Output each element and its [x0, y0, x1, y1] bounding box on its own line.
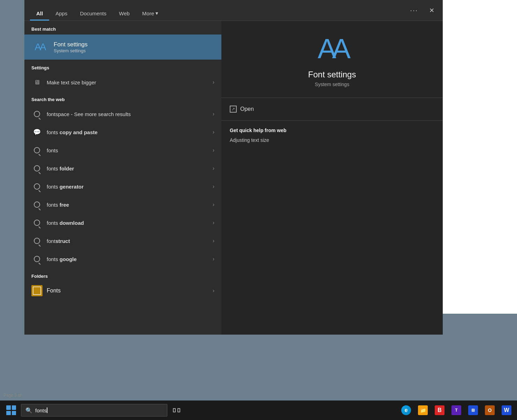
tab-web[interactable]: Web — [113, 8, 136, 21]
open-icon — [230, 106, 237, 113]
search-tab-bar: All Apps Documents Web More ▾ ··· ✕ — [24, 0, 443, 21]
preview-title: Font settings — [308, 70, 356, 79]
taskbar: 🔍 fonts e 📁 B T ⊞ O W — [0, 400, 517, 420]
monitor-icon: 🖥 — [31, 77, 43, 88]
preview-subtitle: System settings — [315, 82, 349, 87]
page-info: Page 3 of — [3, 393, 21, 398]
fontspace-item[interactable]: fontspace - See more search results › — [24, 105, 221, 123]
start-button[interactable] — [3, 402, 20, 419]
chevron-right-icon: › — [213, 256, 214, 262]
taskbar-search-icon: 🔍 — [25, 407, 32, 414]
search-icon — [31, 145, 43, 156]
search-icon — [31, 199, 43, 210]
open-button[interactable]: Open — [230, 104, 434, 115]
tab-all[interactable]: All — [30, 8, 49, 21]
quick-help-link[interactable]: Adjusting text size — [230, 137, 434, 143]
chevron-right-icon: › — [213, 165, 214, 171]
best-match-text: Font settings System settings — [54, 41, 88, 53]
fonts-google-label: fonts google — [47, 256, 213, 262]
make-text-bigger-label: Make text size bigger — [47, 79, 213, 85]
main-content: Best match AA Font settings System setti… — [24, 21, 443, 335]
fonts-copy-paste-item[interactable]: 💬 fonts copy and paste › — [24, 123, 221, 141]
web-section-label: Search the web — [24, 91, 221, 105]
fontstruct-label: fontstruct — [47, 238, 213, 244]
task-view-button[interactable] — [169, 403, 184, 418]
grid-app-icon: ⊞ — [468, 405, 478, 415]
outlook-icon: O — [485, 405, 495, 415]
search-icon — [31, 235, 43, 246]
fontstruct-item[interactable]: fontstruct › — [24, 232, 221, 250]
open-label: Open — [240, 106, 254, 112]
chevron-right-icon: › — [213, 79, 214, 85]
fonts-free-label: fonts free — [47, 202, 213, 208]
app-b-taskbar-item[interactable]: B — [432, 403, 447, 418]
chevron-right-icon: › — [213, 147, 214, 153]
font-settings-preview-icon: AA — [318, 35, 347, 63]
search-icon — [31, 108, 43, 120]
grid-app-taskbar-item[interactable]: ⊞ — [465, 403, 481, 418]
best-match-title: Font settings — [54, 41, 88, 48]
chevron-right-icon: › — [213, 111, 214, 117]
quick-help-section: Get quick help from web Adjusting text s… — [221, 121, 443, 150]
fonts-folder-result-item[interactable]: Fonts › — [24, 282, 221, 300]
left-panel: Best match AA Font settings System setti… — [24, 21, 221, 335]
fonts-folder-result-label: Fonts — [47, 288, 61, 294]
fonts-label: fonts — [47, 147, 213, 153]
fonts-generator-item[interactable]: fonts generator › — [24, 177, 221, 196]
make-text-size-bigger-item[interactable]: 🖥 Make text size bigger › — [24, 73, 221, 91]
chevron-right-icon: › — [213, 288, 214, 294]
font-settings-icon: AA — [31, 39, 48, 55]
more-options-button[interactable]: ··· — [407, 5, 421, 16]
fonts-generator-label: fonts generator — [47, 184, 213, 190]
tab-bar-right: ··· ✕ — [407, 5, 437, 18]
task-view-icon — [173, 408, 180, 412]
search-icon — [31, 253, 43, 265]
fonts-google-item[interactable]: fonts google › — [24, 250, 221, 268]
best-match-item[interactable]: AA Font settings System settings — [24, 35, 221, 60]
right-panel: AA Font settings System settings Open Ge… — [221, 21, 443, 335]
tab-documents[interactable]: Documents — [74, 8, 113, 21]
preview-actions: Open — [221, 98, 443, 121]
chevron-down-icon: ▾ — [155, 10, 158, 16]
fonts-item[interactable]: fonts › — [24, 141, 221, 159]
edge-taskbar-item[interactable]: e — [398, 403, 414, 418]
word-taskbar-item[interactable]: W — [499, 403, 514, 418]
fonts-download-label: fonts download — [47, 220, 213, 226]
folders-section-label: Folders — [24, 268, 221, 282]
chevron-right-icon: › — [213, 238, 214, 244]
tab-bar-left: All Apps Documents Web More ▾ — [30, 3, 165, 21]
teams-taskbar-item[interactable]: T — [449, 403, 464, 418]
fonts-folder-item[interactable]: fonts folder › — [24, 159, 221, 177]
fonts-free-item[interactable]: fonts free › — [24, 196, 221, 214]
chevron-right-icon: › — [213, 220, 214, 226]
tab-apps[interactable]: Apps — [49, 8, 74, 21]
tab-more[interactable]: More ▾ — [136, 7, 165, 21]
fonts-download-item[interactable]: fonts download › — [24, 214, 221, 232]
app-b-icon: B — [435, 405, 444, 415]
windows-logo-icon — [6, 405, 16, 415]
teams-icon: T — [451, 405, 461, 415]
taskbar-search-bar[interactable]: 🔍 fonts — [21, 404, 167, 417]
best-match-section-label: Best match — [24, 21, 221, 35]
search-cursor — [47, 407, 47, 413]
file-explorer-icon: 📁 — [418, 405, 428, 415]
chevron-right-icon: › — [213, 129, 214, 135]
chevron-right-icon: › — [213, 201, 214, 208]
result-preview: AA Font settings System settings — [221, 21, 443, 98]
speech-bubble-icon: 💬 — [31, 127, 43, 138]
fonts-copy-paste-label: fonts copy and paste — [47, 129, 213, 135]
search-icon — [31, 181, 43, 192]
search-icon — [31, 217, 43, 228]
taskbar-search-text: fonts — [35, 407, 47, 413]
close-button[interactable]: ✕ — [426, 5, 437, 16]
fontspace-label: fontspace - See more search results — [47, 111, 213, 117]
folder-icon — [31, 285, 43, 296]
start-menu-search: All Apps Documents Web More ▾ ··· ✕ Best… — [24, 0, 443, 335]
edge-icon: e — [401, 405, 411, 415]
settings-section-label: Settings — [24, 60, 221, 73]
quick-help-title: Get quick help from web — [230, 128, 434, 133]
outlook-taskbar-item[interactable]: O — [482, 403, 497, 418]
tab-more-label: More — [142, 10, 154, 16]
word-icon: W — [502, 405, 511, 415]
file-explorer-taskbar-item[interactable]: 📁 — [415, 403, 431, 418]
